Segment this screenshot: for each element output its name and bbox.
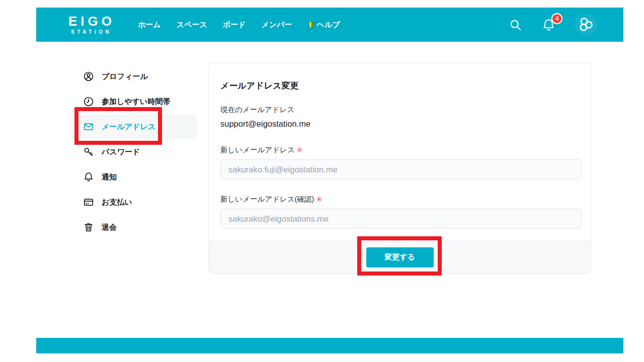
sidebar-item-email[interactable]: メールアドレス bbox=[70, 114, 197, 139]
confirm-email-input[interactable] bbox=[220, 209, 582, 229]
new-email-input[interactable] bbox=[220, 159, 582, 179]
email-change-panel: メールアドレス変更 現在のメールアドレス support@eigostation… bbox=[208, 63, 591, 274]
brand-logo[interactable]: EIGO STATION bbox=[68, 15, 112, 35]
sidebar-item-password[interactable]: パスワード bbox=[70, 139, 197, 164]
notification-badge: 4 bbox=[551, 13, 562, 24]
submit-change-button[interactable]: 変更する bbox=[366, 247, 434, 267]
nav-item-help[interactable]: ヘルプ bbox=[308, 20, 340, 30]
search-icon bbox=[509, 18, 522, 32]
panel-title: メールアドレス変更 bbox=[220, 80, 580, 92]
sidebar-item-label: お支払い bbox=[102, 198, 132, 207]
notifications-button[interactable]: 4 bbox=[541, 18, 556, 32]
topbar-actions: 4 bbox=[509, 14, 623, 36]
main-nav: ホーム スペース ボード メンバー ヘルプ bbox=[138, 20, 340, 30]
sidebar-item-label: プロフィール bbox=[102, 72, 148, 81]
search-button[interactable] bbox=[509, 18, 522, 32]
beginner-mark-icon bbox=[308, 21, 315, 29]
current-email-value: support@eigostation.me bbox=[220, 119, 580, 129]
confirm-email-label: 新しいメールアドレス(確認)※ bbox=[220, 195, 580, 204]
sidebar-item-profile[interactable]: プロフィール bbox=[70, 64, 197, 89]
current-email-label: 現在のメールアドレス bbox=[220, 105, 580, 115]
profile-icon bbox=[83, 71, 94, 82]
nav-item-home[interactable]: ホーム bbox=[138, 20, 161, 30]
trash-icon bbox=[83, 222, 94, 233]
nav-item-member[interactable]: メンバー bbox=[261, 20, 292, 30]
nav-item-help-label: ヘルプ bbox=[317, 20, 340, 30]
brand-logo-subtext: STATION bbox=[71, 30, 112, 35]
required-mark: ※ bbox=[316, 195, 322, 203]
sidebar-item-label: 参加しやすい時間帯 bbox=[102, 97, 170, 107]
account-menu-button[interactable] bbox=[575, 14, 597, 36]
settings-sidebar: プロフィール 参加しやすい時間帯 メールアドレス パスワード bbox=[70, 64, 197, 240]
sidebar-item-label: 退会 bbox=[102, 223, 117, 232]
new-email-label: 新しいメールアドレス※ bbox=[220, 145, 580, 155]
sidebar-item-label: 通知 bbox=[102, 172, 117, 182]
sidebar-item-timezone[interactable]: 参加しやすい時間帯 bbox=[70, 89, 197, 114]
key-icon bbox=[83, 146, 94, 157]
mail-icon bbox=[83, 121, 94, 132]
top-navbar: EIGO STATION ホーム スペース ボード メンバー ヘルプ bbox=[36, 8, 623, 42]
required-mark: ※ bbox=[297, 146, 303, 154]
sidebar-item-notifications[interactable]: 通知 bbox=[70, 164, 197, 190]
panel-footer: 変更する bbox=[209, 240, 591, 274]
clock-icon bbox=[83, 96, 94, 107]
nav-item-space[interactable]: スペース bbox=[177, 20, 207, 30]
sidebar-item-label: パスワード bbox=[102, 147, 140, 157]
sidebar-item-label: メールアドレス bbox=[102, 122, 155, 132]
nav-item-board[interactable]: ボード bbox=[223, 20, 246, 30]
sidebar-item-payment[interactable]: お支払い bbox=[70, 190, 197, 215]
sidebar-item-withdraw[interactable]: 退会 bbox=[70, 215, 197, 240]
credit-card-icon bbox=[83, 197, 94, 208]
clover-icon bbox=[578, 17, 594, 33]
brand-logo-text: EIGO bbox=[68, 15, 115, 28]
bell-outline-icon bbox=[83, 171, 94, 183]
page-footer-bar bbox=[36, 338, 623, 353]
